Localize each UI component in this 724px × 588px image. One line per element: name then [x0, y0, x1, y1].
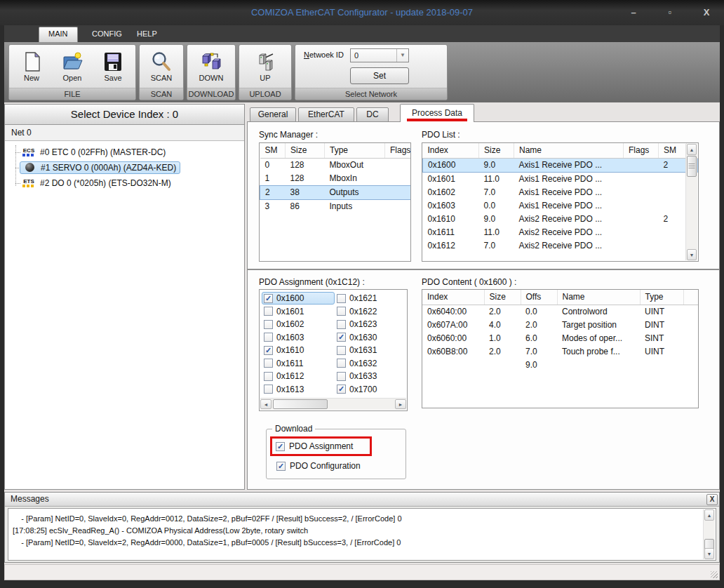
pdo-assignment-item[interactable]: 0x1633 — [335, 370, 408, 382]
checkbox[interactable] — [337, 359, 346, 368]
pdo-assignment-item[interactable]: 0x1621 — [335, 292, 408, 305]
table-row[interactable]: 9.0 — [422, 359, 698, 372]
vertical-scrollbar[interactable]: ▲ ▼ — [703, 509, 715, 559]
checkbox[interactable] — [337, 307, 346, 316]
table-row[interactable]: 0x16109.0Axis2 Receive PDO ...2 — [423, 213, 698, 226]
table-row[interactable]: 0x16009.0Axis1 Receive PDO ...2 — [423, 159, 698, 173]
table-row[interactable]: 0128MboxOut — [260, 159, 412, 173]
scan-button[interactable]: SCAN — [141, 51, 182, 82]
table-row[interactable]: 386Inputs — [260, 200, 412, 214]
table-row[interactable]: 0x16030.0Axis1 Receive PDO ... — [423, 199, 698, 213]
checkbox[interactable] — [264, 333, 273, 342]
messages-header[interactable]: Messages X — [5, 493, 719, 507]
table-row[interactable]: 1128MboxIn — [260, 172, 412, 186]
column-header[interactable]: Size — [484, 290, 521, 305]
maximize-icon[interactable]: ▫ — [661, 6, 679, 20]
new-button[interactable]: New — [11, 51, 52, 82]
table-row[interactable]: 0x160111.0Axis1 Receive PDO ... — [423, 173, 698, 187]
pdo-assignment-item[interactable]: 0x1601 — [262, 305, 335, 318]
tab-ethercat[interactable]: EtherCAT — [298, 107, 354, 122]
pdo-assignment-item[interactable]: 0x1632 — [335, 357, 408, 370]
tree-item-servo[interactable]: #1 SERVO 0 (000Ah) (AZD4A-KED) — [5, 160, 244, 175]
scroll-up-icon[interactable]: ▲ — [704, 509, 714, 521]
checkbox[interactable] — [337, 346, 346, 355]
pdo-assignment-item[interactable]: 0x1623 — [335, 318, 408, 330]
chevron-down-icon[interactable]: ▼ — [396, 49, 408, 62]
checkbox[interactable] — [264, 307, 273, 316]
column-header[interactable]: Size — [286, 143, 325, 159]
pdo-assignment-item[interactable]: 0x1700 — [335, 383, 408, 396]
column-header[interactable]: Index — [422, 290, 484, 305]
column-header[interactable]: Type — [325, 143, 385, 159]
scroll-left-icon[interactable]: ◄ — [260, 399, 272, 409]
checkbox[interactable] — [264, 346, 273, 355]
pdo-configuration-checkbox[interactable] — [276, 462, 286, 471]
down-button[interactable]: DOWN — [191, 51, 232, 82]
scroll-right-icon[interactable]: ► — [395, 399, 406, 409]
menu-tab-help[interactable]: HELP — [128, 27, 166, 42]
column-header[interactable]: Offs — [521, 290, 557, 305]
checkbox[interactable] — [337, 320, 346, 329]
checkbox[interactable] — [264, 294, 273, 303]
table-row[interactable]: 0x16127.0Axis2 Receive PDO ... — [423, 239, 698, 253]
pdo-assignment-item[interactable]: 0x1600 — [262, 292, 335, 305]
pdo-assignment-item[interactable]: 0x1603 — [262, 331, 335, 344]
scroll-up-icon[interactable]: ▲ — [687, 144, 697, 155]
vertical-scrollbar[interactable]: ▲ ▼ — [685, 144, 697, 260]
tab-general[interactable]: General — [250, 107, 296, 122]
checkbox[interactable] — [264, 359, 273, 368]
checkbox[interactable] — [337, 294, 346, 303]
close-icon[interactable]: X — [697, 6, 716, 20]
tab-process-data[interactable]: Process Data — [400, 104, 474, 122]
set-button[interactable]: Set — [350, 67, 409, 84]
column-header[interactable]: Type — [640, 290, 683, 305]
scroll-down-icon[interactable]: ▼ — [704, 548, 714, 559]
scroll-down-icon[interactable]: ▼ — [687, 249, 697, 260]
up-button[interactable]: UP — [245, 51, 286, 82]
checkbox[interactable] — [264, 372, 273, 381]
column-header[interactable]: Flags — [624, 143, 659, 159]
pdo-assignment-item[interactable]: 0x1602 — [262, 318, 335, 330]
table-row[interactable]: 0x16027.0Axis1 Receive PDO ... — [423, 186, 698, 199]
column-header[interactable]: Size — [479, 143, 514, 159]
table-row[interactable]: 0x6060:001.06.0Modes of oper...SINT — [422, 332, 698, 345]
checkbox[interactable] — [337, 372, 346, 381]
table-row[interactable]: 0x607A:004.02.0Target positionDINT — [422, 319, 698, 332]
column-header[interactable]: Name — [514, 143, 624, 159]
column-header[interactable]: Flags — [385, 143, 412, 159]
save-button[interactable]: Save — [93, 51, 133, 82]
checkbox[interactable] — [337, 385, 346, 394]
pdo-assignment-item[interactable]: 0x1622 — [335, 305, 408, 318]
horizontal-scrollbar[interactable]: ◄ ► — [260, 398, 406, 410]
pdo-assignment-item[interactable]: 0x1630 — [335, 331, 408, 344]
pdo-assignment-checkbox[interactable] — [276, 442, 285, 451]
pdo-assignment-item[interactable]: 0x1613 — [262, 383, 335, 396]
column-header[interactable]: Name — [557, 290, 640, 305]
network-id-dropdown[interactable]: 0 ▼ — [350, 48, 409, 62]
pdo-assignment-item[interactable]: 0x1631 — [335, 344, 408, 356]
tree-item-master[interactable]: ECS #0 ETC 0 (02FFh) (MASTER-DC) — [5, 145, 244, 160]
horizontal-splitter[interactable] — [248, 269, 719, 270]
open-button[interactable]: Open — [52, 51, 93, 82]
pdo-assignment-item[interactable]: 0x1611 — [262, 357, 335, 370]
checkbox[interactable] — [264, 320, 273, 329]
close-messages-icon[interactable]: X — [706, 494, 718, 505]
menu-tab-config[interactable]: CONFIG — [83, 27, 131, 42]
column-header[interactable]: SM — [260, 143, 286, 159]
table-row[interactable]: 0x6040:002.00.0ControlwordUINT — [422, 305, 698, 319]
checkbox[interactable] — [264, 385, 273, 394]
checkbox[interactable] — [337, 333, 346, 342]
messages-log[interactable]: - [Param] NetID=0, SlaveIdx=0, RegAddr=0… — [8, 508, 716, 561]
net-label[interactable]: Net 0 — [5, 125, 244, 141]
menu-tab-main[interactable]: MAIN — [39, 27, 78, 42]
minimize-icon[interactable]: – — [624, 6, 643, 20]
column-header[interactable]: Index — [423, 143, 479, 159]
tab-dc[interactable]: DC — [356, 107, 389, 122]
title-bar[interactable]: COMIZOA EtherCAT Configurator - update 2… — [0, 0, 724, 25]
table-row[interactable]: 0x161111.0Axis2 Receive PDO ... — [423, 226, 698, 239]
column-header[interactable]: SM — [659, 143, 687, 159]
tree-item-do[interactable]: ETS #2 DO 0 (*0205h) (ETS-DO32N-M) — [5, 175, 244, 191]
table-row[interactable]: 0x60B8:002.07.0Touch probe f...UINT — [422, 345, 698, 359]
pdo-assignment-item[interactable]: 0x1612 — [262, 370, 335, 382]
resize-grip[interactable] — [711, 571, 718, 578]
